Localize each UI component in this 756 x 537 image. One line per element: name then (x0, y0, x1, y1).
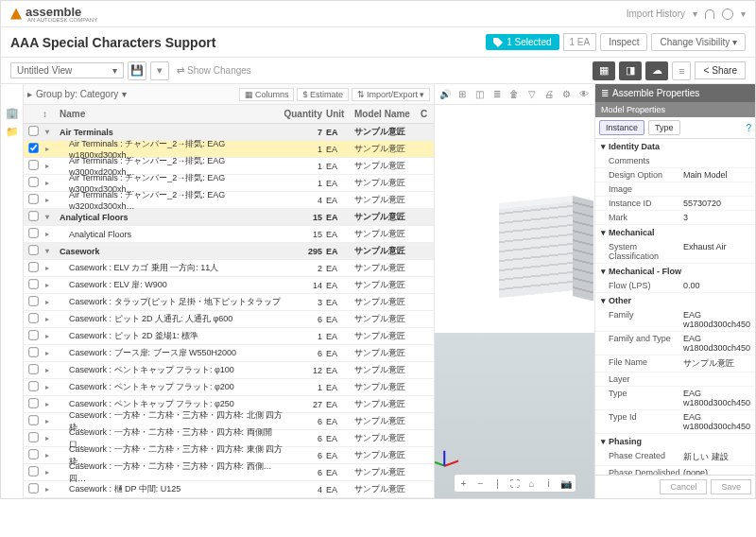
import-export-button[interactable]: ⇅ Import/Export ▾ (352, 88, 430, 101)
trash-icon[interactable]: 🗑 (507, 87, 522, 102)
row-checkbox[interactable] (28, 364, 38, 373)
col-c-header[interactable]: C (421, 109, 434, 119)
table-row[interactable]: ▸Casework : ベントキャップ フラット: φ10012EAサンプル意匠 (24, 362, 434, 379)
row-checkbox[interactable] (28, 381, 38, 390)
expand-icon[interactable]: ▸ (43, 162, 52, 171)
prop-row[interactable]: File Nameサンプル意匠 (595, 355, 755, 372)
save-view-button[interactable]: 💾 (128, 61, 146, 80)
expand-icon[interactable]: ▸ (43, 468, 52, 477)
expand-icon[interactable]: ▸ (43, 417, 52, 426)
row-checkbox[interactable] (28, 245, 38, 254)
row-checkbox[interactable] (28, 228, 38, 237)
row-checkbox[interactable] (28, 160, 38, 169)
logo[interactable]: assemble AN AUTODESK COMPANY (10, 5, 97, 23)
group-row[interactable]: ▾Casework295EAサンプル意匠 (24, 243, 434, 260)
col-unit-header[interactable]: Unit (326, 109, 354, 119)
zoom-out-button[interactable]: − (473, 476, 489, 490)
row-checkbox[interactable] (28, 211, 38, 220)
table-row[interactable]: ▸Casework : ブース扉: ブース扉 W550H20006EAサンプル意… (24, 345, 434, 362)
expand-icon[interactable]: ▸ (43, 298, 52, 307)
change-visibility-button[interactable]: Change Visibility ▾ (651, 33, 746, 51)
estimate-button[interactable]: $ Estimate (297, 88, 349, 101)
row-checkbox[interactable] (28, 177, 38, 186)
expand-icon[interactable]: ▸ (43, 434, 52, 443)
prop-section-header[interactable]: ▾ Identity Data (595, 139, 755, 154)
row-checkbox[interactable] (28, 466, 38, 476)
filter-icon[interactable]: ▽ (524, 87, 539, 102)
more-button[interactable]: ▾ (150, 61, 169, 80)
layers-icon[interactable]: ≣ (490, 87, 504, 102)
prop-row[interactable]: Phase Created新しい 建設 (595, 449, 755, 466)
prop-row[interactable]: Flow (LPS)0.00 (595, 279, 755, 293)
eye-icon[interactable]: 👁 (577, 87, 592, 102)
show-changes-toggle[interactable]: ⇄ Show Changes (177, 65, 251, 76)
axes-gizmo[interactable] (440, 447, 463, 470)
expand-icon[interactable]: ▸ (43, 264, 52, 273)
view-selector[interactable]: Untitled View ▾ (10, 62, 124, 78)
table-row[interactable]: ▸Casework : タラップ(ピット 足掛・地下ピットタラップ3EAサンプル… (24, 294, 434, 311)
expand-icon[interactable]: ▸ (43, 485, 52, 494)
row-checkbox[interactable] (28, 126, 38, 135)
speaker-icon[interactable]: 🔊 (438, 87, 452, 102)
expand-icon[interactable]: ▸ (43, 383, 52, 392)
table-row[interactable]: ▸Analytical Floors15EAサンプル意匠 (24, 226, 434, 243)
help-icon[interactable]: ? (746, 123, 751, 133)
expand-icon[interactable]: ▸ (43, 179, 52, 188)
layout-2-button[interactable]: ◨ (619, 61, 642, 80)
import-history-link[interactable]: Import History (627, 9, 685, 19)
row-checkbox[interactable] (28, 398, 38, 407)
save-button[interactable]: Save (711, 479, 751, 494)
prop-row[interactable]: TypeEAG w1800d300ch450 (595, 387, 755, 410)
prop-section-header[interactable]: ▾ Mechanical - Flow (595, 264, 755, 279)
expand-icon[interactable]: ▾ (43, 128, 52, 137)
row-checkbox[interactable] (28, 279, 38, 288)
row-checkbox[interactable] (28, 415, 38, 424)
group-by-label[interactable]: Group by: Category (36, 89, 118, 99)
col-name-header[interactable]: Name (58, 109, 284, 119)
prop-row[interactable]: Instance ID55730720 (595, 197, 755, 211)
expand-icon[interactable]: ▸ (43, 366, 52, 375)
col-qty-header[interactable]: Quantity (284, 109, 326, 119)
print-icon[interactable]: 🖨 (542, 87, 557, 102)
prop-row[interactable]: FamilyEAG w1800d300ch450 (595, 308, 755, 332)
cancel-button[interactable]: Cancel (660, 479, 707, 494)
layout-3-button[interactable]: ☁ (645, 61, 668, 80)
row-checkbox[interactable] (28, 296, 38, 305)
prop-row[interactable]: Mark3 (595, 211, 755, 225)
expand-icon[interactable]: ▾ (43, 247, 52, 256)
row-checkbox[interactable] (28, 143, 38, 152)
expand-icon[interactable]: ▸ (43, 281, 52, 290)
table-row[interactable]: ▸Casework : ベントキャップ フラット: φ2001EAサンプル意匠 (24, 379, 434, 396)
prop-section-header[interactable]: ▾ Phasing (595, 434, 755, 449)
tab-instance[interactable]: Instance (599, 120, 644, 135)
zoom-in-button[interactable]: + (456, 476, 472, 490)
sort-icon[interactable]: ↕ (43, 109, 58, 119)
expand-icon[interactable]: ▸ (43, 400, 52, 409)
tab-type[interactable]: Type (648, 120, 680, 135)
expand-icon[interactable]: ▸ (43, 451, 52, 460)
settings-icon[interactable]: ⚙ (559, 87, 574, 102)
grid-icon[interactable]: ⊞ (455, 87, 469, 102)
expand-icon[interactable]: ▾ (43, 213, 52, 222)
share-button[interactable]: < Share (695, 61, 746, 79)
table-row[interactable]: ▸Casework : ELV 扉: W90014EAサンプル意匠 (24, 277, 434, 294)
row-checkbox[interactable] (28, 347, 38, 356)
table-row[interactable]: ▸Casework : 樋 DP 中間: U1254EAサンプル意匠 (24, 481, 434, 498)
cube-icon[interactable]: ◫ (472, 87, 487, 102)
row-checkbox[interactable] (28, 449, 38, 459)
prop-row[interactable]: Comments (595, 154, 755, 168)
columns-button[interactable]: ▦ Columns (239, 88, 295, 101)
prop-row[interactable]: Type IdEAG w1800d300ch450 (595, 410, 755, 434)
row-checkbox[interactable] (28, 432, 38, 442)
row-checkbox[interactable] (28, 262, 38, 271)
prop-section-header[interactable]: ▾ Other (595, 293, 755, 308)
gear-icon[interactable] (722, 9, 733, 20)
table-row[interactable]: ▸Casework : ELV カゴ 乗用 一方向: 11人2EAサンプル意匠 (24, 260, 434, 277)
group-row[interactable]: ▾Analytical Floors15EAサンプル意匠 (24, 209, 434, 226)
3d-viewport[interactable]: + − | ⛶ ⌂ i 📷 (435, 105, 594, 498)
home-button[interactable]: ⌂ (524, 476, 540, 490)
table-row[interactable]: ▸Air Terminals : チャンバー_2→排気: EAG w3200xd… (24, 192, 434, 209)
expand-icon[interactable]: ▸ (43, 332, 52, 341)
camera-button[interactable]: 📷 (558, 476, 574, 490)
prop-row[interactable]: Image (595, 182, 755, 197)
